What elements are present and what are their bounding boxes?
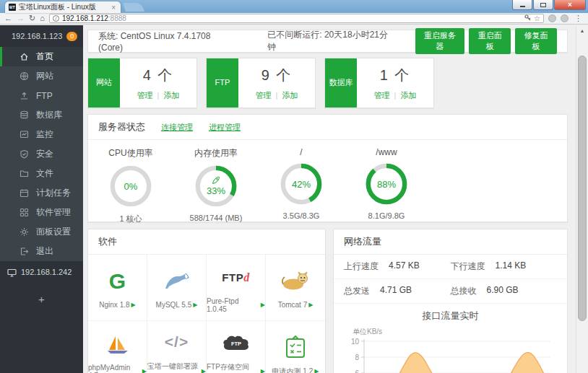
sidebar-item-database[interactable]: 数据库 (0, 105, 83, 125)
add-link[interactable]: 添加 (282, 91, 298, 100)
ftp-count: 9 个 (261, 66, 293, 85)
home-icon (20, 52, 29, 61)
add-server-button[interactable]: + (0, 283, 83, 305)
total-recv-value: 6.90 GB (487, 285, 519, 297)
manage-link[interactable]: 管理 (137, 91, 153, 100)
running-play-icon: ▶ (261, 368, 265, 373)
browser-window: BT 宝塔Linux面板 - Linux版 × × ← → ↻ ⌂ i 192.… (0, 0, 588, 373)
sidebar-item-software[interactable]: 软件管理 (0, 203, 83, 222)
software-card: 软件 G Nginx 1.8▶ MySQL 5.5▶ (87, 229, 326, 373)
memory-gauge: 内存使用率 33% 588/1744 (MB) (173, 147, 259, 224)
manage-link[interactable]: 管理 (374, 91, 390, 100)
database-count: 1 个 (380, 66, 411, 85)
scroll-up-icon[interactable]: ▲ (576, 25, 588, 33)
pureftpd-icon: FTPd (222, 271, 249, 284)
sidebar-item-files[interactable]: 文件 (0, 164, 83, 183)
url-bar[interactable]: i 192.168.1.212:8888 ☆ (49, 14, 544, 23)
software-item-tomcat[interactable]: Tomcat 7▶ (266, 255, 325, 321)
repair-panel-button[interactable]: 修复面板 (515, 28, 557, 54)
sidebar-item-cron[interactable]: 计划任务 (0, 183, 83, 203)
connection-manage-link[interactable]: 连接管理 (161, 122, 193, 133)
software-item-deploy-source[interactable]: </> 宝塔一键部署源码 1.0▶ (147, 321, 207, 373)
website-stat-card: 网站 4 个 管理|添加 (87, 58, 197, 108)
up-speed-value: 4.57 KB (389, 260, 420, 273)
running-play-icon: ▶ (193, 302, 197, 308)
cpu-gauge: CPU使用率 0% 1 核心 (88, 147, 173, 224)
tab-strip: BT 宝塔Linux面板 - Linux版 × × (0, 0, 588, 13)
browser-toolbar: ← → ↻ ⌂ i 192.168.1.212:8888 ☆ ⋮ (0, 13, 588, 25)
server-item-2[interactable]: 192.168.1.242 (0, 261, 83, 283)
sidebar-item-monitor[interactable]: 监控 (0, 125, 83, 144)
password-key-icon[interactable] (524, 14, 531, 22)
new-tab-button[interactable] (123, 3, 144, 12)
svg-text:6: 6 (355, 369, 359, 373)
url-text[interactable]: 192.168.1.212:8888 (62, 14, 522, 22)
sidebar-menu: 首页 网站 FTP 数据库 监控 (0, 47, 83, 261)
system-info-bar: 系统: CentOS Linux 7.4.1708 (Core) 已不间断运行:… (87, 30, 568, 53)
message-badge[interactable]: 0 (66, 32, 77, 41)
software-item-beta-apply[interactable]: 申请内测 1.2▶ (266, 321, 325, 373)
add-link[interactable]: 添加 (163, 91, 179, 100)
tab-close-icon[interactable]: × (110, 4, 117, 12)
server-status-card: 服务器状态 连接管理 进程管理 CPU使用率 0% 1 核心 内存使用率 (87, 114, 568, 222)
total-sent-value: 4.71 GB (380, 285, 412, 297)
refresh-icon[interactable]: ↻ (29, 14, 35, 22)
svg-text:10: 10 (351, 338, 360, 346)
database-icon (20, 110, 29, 120)
back-icon[interactable]: ← (4, 14, 12, 22)
manage-link[interactable]: 管理 (256, 91, 272, 100)
window-close-button[interactable]: × (554, 0, 586, 10)
sidebar-item-home[interactable]: 首页 (0, 47, 83, 66)
server-ip: 192.168.1.242 (21, 268, 77, 276)
extension-icon[interactable] (548, 14, 556, 22)
running-play-icon: ▶ (308, 302, 313, 308)
server-item-1[interactable]: 192.168.1.123 0 (0, 25, 83, 47)
forward-icon[interactable]: → (17, 14, 25, 22)
chart-title: 接口流量实时 (334, 310, 567, 322)
monitor-icon (20, 130, 29, 139)
browser-tab[interactable]: BT 宝塔Linux面板 - Linux版 × (5, 1, 121, 13)
restart-server-button[interactable]: 重启服务器 (415, 28, 465, 54)
calendar-icon (20, 188, 29, 198)
sidebar-item-website[interactable]: 网站 (0, 66, 83, 86)
www-disk-gauge: /www 88% 8.1G/9.8G (344, 147, 429, 224)
rocket-icon (212, 176, 220, 185)
folder-icon (20, 169, 29, 178)
software-item-ftp-storage[interactable]: FTP FTP存储空间 1.6▶ (207, 321, 266, 373)
software-item-phpmyadmin[interactable]: phpMyAdmin 4.7▶ (88, 321, 147, 373)
scrollbar-thumb[interactable] (578, 56, 587, 321)
home-icon[interactable]: ⌂ (40, 14, 45, 22)
down-speed-value: 1.14 KB (496, 260, 527, 273)
sidebar-item-security[interactable]: 安全 (0, 144, 83, 164)
page-info-icon[interactable]: i (53, 15, 59, 22)
clipboard-icon (285, 335, 306, 359)
running-play-icon: ▶ (142, 368, 147, 373)
software-item-nginx[interactable]: G Nginx 1.8▶ (88, 255, 147, 321)
traffic-area-chart: 0246810 (340, 337, 558, 373)
sidebar-item-logout[interactable]: 退出 (0, 242, 83, 261)
stat-tag: 网站 (88, 58, 120, 107)
stat-tag: FTP (207, 58, 238, 107)
chrome-menu-icon[interactable]: ⋮ (573, 14, 584, 23)
vertical-scrollbar[interactable]: ▲ (576, 25, 588, 373)
running-play-icon: ▶ (261, 302, 265, 308)
extension-icon[interactable] (561, 14, 568, 22)
minimize-icon (520, 6, 525, 7)
close-icon: × (568, 1, 572, 9)
add-link[interactable]: 添加 (400, 91, 416, 100)
software-item-pureftpd[interactable]: FTPd Pure-Ftpd 1.0.45▶ (207, 255, 266, 321)
bookmark-star-icon[interactable]: ☆ (534, 14, 540, 22)
restart-panel-button[interactable]: 重启面板 (469, 28, 511, 54)
shield-icon (20, 149, 29, 159)
system-label: 系统: CentOS Linux 7.4.1708 (Core) (98, 30, 237, 53)
sidebar-item-ftp[interactable]: FTP (0, 86, 83, 105)
uptime-label: 已不间断运行: 20天18小时21分钟 (267, 29, 396, 53)
window-maximize-button[interactable] (533, 0, 553, 10)
globe-icon (20, 71, 29, 81)
process-manage-link[interactable]: 进程管理 (209, 122, 241, 133)
sidebar-item-settings[interactable]: 面板设置 (0, 222, 83, 242)
ftp-stat-card: FTP 9 个 管理|添加 (206, 58, 316, 108)
software-item-mysql[interactable]: MySQL 5.5▶ (147, 255, 207, 321)
window-minimize-button[interactable] (512, 0, 532, 10)
mysql-icon (163, 272, 191, 291)
